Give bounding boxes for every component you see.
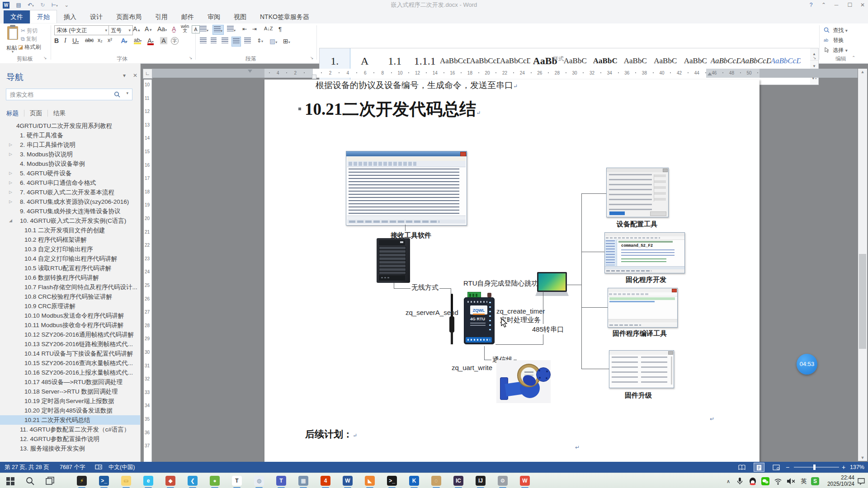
app-k-icon[interactable]: K [409,476,419,486]
doc-heading[interactable]: 10.21二次开发代码总结↵ [305,98,481,121]
paragraph-handle[interactable] [312,75,316,79]
expand-arrow-icon[interactable]: ▷ [9,188,12,197]
char-border-button[interactable]: A [192,25,200,33]
paste-button[interactable] [5,26,21,43]
copy-button[interactable]: ⧉复制 [21,35,37,43]
taskbar-app-vscode[interactable]: ❮ [187,475,198,486]
nav-close-icon[interactable]: ✕ [133,72,137,79]
app-orb-icon[interactable]: ◍ [254,476,264,486]
style-item-副标题[interactable]: AaBbC副标题 [680,48,711,84]
doc-intro-line[interactable]: 根据设备的协议及设备编号，生成命令，发送至串口↵ [316,80,518,91]
nav-item[interactable]: 10.16 SZY206-2016上报水量帧格式代... [0,368,140,377]
help-button[interactable]: ? [805,0,817,10]
nav-item[interactable]: 10.15 SZY206-2016查询水量帧格式代... [0,358,140,368]
expand-arrow-icon[interactable]: ▷ [9,197,12,206]
clipboard-dialog-launcher[interactable]: ↘ [43,56,47,60]
ribbon-tab-设计[interactable]: 设计 [83,10,109,23]
vertical-ruler[interactable]: 1011121314151617181920212223242526272829… [144,80,152,462]
font-family-combo[interactable]: 宋体 (中文正▾ [54,25,109,35]
collapse-ribbon-icon[interactable]: ⌃ [852,55,855,60]
find-button[interactable]: 查找 ▾ [824,26,848,34]
tab-stop-selector[interactable]: ∟ [143,69,152,79]
minimize-button[interactable]: ─ [830,0,843,10]
nav-item[interactable]: ◢10. 4GRTU嵌入式二次开发实例(C语言) [0,216,140,225]
nav-item[interactable]: 13. 服务端接收开发实例 [0,444,140,453]
notification-center-icon[interactable] [857,477,865,485]
nav-item[interactable]: 10.8 CRC校验程序代码验证讲解 [0,292,140,301]
taskbar-app-powershell[interactable]: >_ [98,475,110,486]
font-size-combo[interactable]: 五号▾ [108,25,133,35]
taskbar-app-file-explorer[interactable]: ▭ [120,475,132,486]
style-item-标题[interactable]: AaBbC标题 [651,48,681,84]
nav-item[interactable]: 11. 4GRTU参数配置二次开发（c#语言） [0,425,140,434]
taskbar-clock[interactable]: 22:44 2025/10/24 [827,474,854,487]
nav-item[interactable]: 10.9 CRC原理讲解 [0,301,140,311]
typora-icon[interactable]: T [232,476,242,486]
teams-icon[interactable]: T [276,476,286,486]
style-item-明显强调[interactable]: AaBbCcDd明显强调 [771,48,801,84]
wechat-icon[interactable] [761,477,769,485]
nav-item[interactable]: 10.21 二次开发代码总结 [0,415,140,425]
ribbon-tab-邮件[interactable]: 邮件 [175,10,201,23]
strikethrough-button[interactable]: abc [85,37,94,43]
style-item-1.1[interactable]: 1.11.1 [380,48,410,84]
highlight-button[interactable]: ab▾ [134,37,142,44]
expand-arrow-icon[interactable]: ▷ [9,178,12,188]
spellcheck-icon[interactable] [95,464,102,470]
taskbar-app-app-green[interactable]: ● [209,475,221,486]
ribbon-tab-NTKO签章服务器[interactable]: NTKO签章服务器 [253,10,316,23]
taskbar-app-app-k[interactable]: K [408,475,420,486]
nav-item[interactable]: 10.1 二次开发项目文件的创建 [0,225,140,235]
taskbar-search-icon[interactable] [24,475,36,486]
maximize-button[interactable]: ☐ [844,0,856,10]
close-button[interactable]: ✕ [856,0,868,10]
bold-button[interactable]: B [54,37,59,44]
format-painter-button[interactable]: ◪格式刷 [18,43,41,51]
taskbar-app-app-red[interactable]: ◆ [165,475,176,486]
taskbar-app-teams[interactable]: T [275,475,287,486]
align-center-button[interactable] [211,38,217,45]
align-left-button[interactable] [200,38,207,45]
taskbar-app-app-tile[interactable]: ▦ [297,475,309,486]
numbering-button[interactable]: ▾ [212,25,224,35]
nav-item[interactable]: 10.12 SZY206-2016通用帧格式代码讲解 [0,330,140,339]
ribbon-tab-开始[interactable]: 开始 [30,10,57,23]
font-color-button[interactable]: A▾ [147,37,154,45]
language-indicator[interactable]: 中文(中国) [108,462,135,473]
taskbar-app-app-gear[interactable]: ⚙ [497,475,509,486]
vertical-scrollbar[interactable]: ▲ ▼ [858,69,867,461]
everything-icon[interactable]: ⚡ [77,476,87,486]
app-tile-icon[interactable]: ▦ [298,476,308,486]
font-dialog-launcher[interactable]: ↘ [189,56,193,60]
ribbon-tab-页面布局[interactable]: 页面布局 [109,10,148,23]
style-item-标题 1[interactable]: AaBb标题 1 [530,48,561,84]
tray-chevron-icon[interactable]: ∧ [724,477,732,485]
nav-item[interactable]: 4GRTU/DTU二次开发应用系列教程 [0,121,140,131]
taskbar-app-office-4[interactable]: 4 [320,475,331,486]
nav-item[interactable]: 10.4 自定义打印输出程序代码讲解 [0,254,140,263]
edge-browser-icon[interactable]: e [143,476,153,486]
nav-item[interactable]: 10.14 RTU设备与下接设备配置代码讲解 [0,349,140,358]
expand-arrow-icon[interactable]: ▷ [9,150,12,159]
show-marks-button[interactable]: ¶ [278,26,282,33]
followup-heading[interactable]: 后续计划：↵ [305,428,357,441]
word-count[interactable]: 7687 个字 [60,462,85,473]
search-input[interactable]: 搜索文档 ▾ [6,89,132,100]
cut-button[interactable]: ✂剪切 [21,27,38,35]
nav-item[interactable]: 10.17 485设备—>RTU数据回调处理 [0,377,140,387]
taskbar-app-wps[interactable]: W [519,475,531,486]
paste-dropdown-arrow[interactable]: ▾ [12,50,14,54]
increase-indent-button[interactable]: ⇥ [252,26,257,32]
borders-button[interactable]: ⊞▾ [283,38,290,45]
expand-arrow-icon[interactable]: ▷ [9,169,12,178]
nav-tab-结果[interactable]: 结果 [53,110,71,117]
taskbar-app-terminal[interactable]: >_ [386,475,398,486]
floating-clock-widget[interactable]: 04:53 [797,354,817,375]
page-indicator[interactable]: 第 27 页, 共 28 页 [5,462,49,473]
scroll-down-icon[interactable]: ▼ [858,455,867,460]
replace-button[interactable]: ab 替换 [824,36,844,44]
nav-item[interactable]: 10.10 Modbus发送命令程序代码讲解 [0,311,140,320]
zoom-level[interactable]: 137% [850,462,864,473]
scroll-up-icon[interactable]: ▲ [858,70,867,74]
nav-item[interactable]: 10.6 数据转换程序代码讲解 [0,273,140,282]
